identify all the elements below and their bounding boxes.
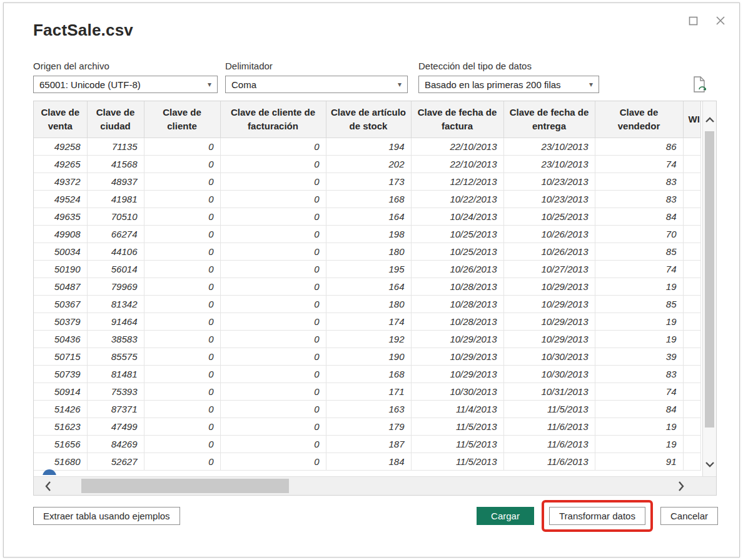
table-cell[interactable]: 0 [220,295,326,312]
table-cell[interactable]: 70510 [87,208,144,225]
transform-data-button[interactable]: Transformar datos [549,507,645,525]
table-cell[interactable]: 0 [220,330,326,348]
table-cell[interactable]: 10/29/2013 [411,348,503,365]
table-cell[interactable] [683,452,700,470]
table-cell[interactable]: 0 [144,190,220,208]
table-cell[interactable]: 11/6/2013 [503,418,595,435]
table-cell[interactable]: 52627 [87,452,144,470]
load-button[interactable]: Cargar [477,507,534,525]
table-cell[interactable]: 164 [326,278,411,295]
table-cell[interactable]: 56014 [87,260,144,278]
table-cell[interactable]: 83 [595,365,683,382]
table-cell[interactable]: 0 [220,208,326,225]
table-cell[interactable]: 10/23/2013 [503,190,595,208]
table-cell[interactable]: 75393 [87,382,144,400]
table-cell[interactable]: 180 [326,242,411,260]
table-cell[interactable] [683,312,700,330]
table-cell[interactable]: 192 [326,330,411,348]
table-cell[interactable]: 10/28/2013 [411,278,503,295]
table-cell[interactable]: 0 [144,382,220,400]
table-cell[interactable]: 91464 [87,312,144,330]
column-header[interactable]: Clave de ciudad [87,101,144,138]
table-cell[interactable]: 10/25/2013 [411,242,503,260]
table-cell[interactable]: 51623 [34,418,87,435]
table-cell[interactable]: 0 [220,278,326,295]
table-cell[interactable] [683,365,700,382]
table-cell[interactable]: 202 [326,155,411,172]
table-cell[interactable]: 0 [144,208,220,225]
table-cell[interactable]: 180 [326,295,411,312]
table-cell[interactable] [683,208,700,225]
table-cell[interactable]: 173 [326,172,411,190]
table-cell[interactable]: 85575 [87,348,144,365]
table-cell[interactable]: 83 [595,190,683,208]
table-cell[interactable]: 164 [326,208,411,225]
table-cell[interactable] [683,242,700,260]
table-cell[interactable]: 19 [595,278,683,295]
maximize-icon[interactable] [687,14,699,27]
table-cell[interactable]: 0 [144,365,220,382]
table-cell[interactable]: 168 [326,190,411,208]
table-cell[interactable]: 74 [595,382,683,400]
table-cell[interactable]: 198 [326,225,411,242]
table-cell[interactable]: 11/5/2013 [411,418,503,435]
table-cell[interactable]: 10/25/2013 [503,208,595,225]
table-cell[interactable]: 0 [144,260,220,278]
table-cell[interactable]: 10/26/2013 [503,242,595,260]
table-cell[interactable]: 44106 [87,242,144,260]
extract-table-button[interactable]: Extraer tabla usando ejemplos [33,507,180,525]
table-cell[interactable]: 10/28/2013 [411,295,503,312]
delimiter-dropdown[interactable]: Coma ▾ [225,76,408,93]
table-cell[interactable]: 179 [326,418,411,435]
table-cell[interactable]: 19 [595,435,683,452]
table-cell[interactable]: 11/5/2013 [411,452,503,470]
table-cell[interactable]: 50715 [34,348,87,365]
table-cell[interactable]: 11/6/2013 [503,452,595,470]
table-cell[interactable]: 49908 [34,225,87,242]
table-cell[interactable]: 85 [595,295,683,312]
close-icon[interactable] [714,14,727,27]
column-header[interactable]: Clave de artículo de stock [326,101,411,138]
table-cell[interactable] [683,190,700,208]
table-cell[interactable]: 74 [595,260,683,278]
table-cell[interactable]: 0 [220,365,326,382]
table-cell[interactable] [683,295,700,312]
type-detection-dropdown[interactable]: Basado en las primeras 200 filas ▾ [418,76,599,93]
table-cell[interactable]: 50914 [34,382,87,400]
table-cell[interactable]: 187 [326,435,411,452]
table-cell[interactable]: 0 [220,242,326,260]
table-cell[interactable]: 19 [595,312,683,330]
table-cell[interactable]: 50379 [34,312,87,330]
table-cell[interactable]: 51680 [34,452,87,470]
table-cell[interactable]: 41568 [87,155,144,172]
table-cell[interactable]: 0 [220,225,326,242]
table-cell[interactable]: 0 [144,138,220,155]
table-cell[interactable]: 0 [144,295,220,312]
table-cell[interactable]: 11/6/2013 [503,435,595,452]
table-cell[interactable]: 10/29/2013 [411,330,503,348]
table-cell[interactable]: 22/10/2013 [411,155,503,172]
table-cell[interactable] [683,418,700,435]
table-cell[interactable]: 19 [595,330,683,348]
table-cell[interactable]: 23/10/2013 [503,155,595,172]
table-cell[interactable]: 49524 [34,190,87,208]
table-cell[interactable]: 19 [595,418,683,435]
table-cell[interactable]: 10/30/2013 [503,365,595,382]
table-cell[interactable]: 81342 [87,295,144,312]
table-cell[interactable]: 10/24/2013 [411,208,503,225]
table-cell[interactable]: 0 [220,452,326,470]
table-cell[interactable]: 79969 [87,278,144,295]
table-cell[interactable]: 184 [326,452,411,470]
table-cell[interactable]: 10/28/2013 [411,312,503,330]
column-header[interactable]: Clave de cliente de facturación [220,101,326,138]
table-cell[interactable]: 50190 [34,260,87,278]
table-cell[interactable]: 0 [144,155,220,172]
table-cell[interactable]: 23/10/2013 [503,138,595,155]
table-cell[interactable]: 39 [595,348,683,365]
table-cell[interactable]: 195 [326,260,411,278]
table-cell[interactable]: 0 [144,242,220,260]
table-cell[interactable]: 174 [326,312,411,330]
table-cell[interactable]: 41981 [87,190,144,208]
table-cell[interactable]: 0 [144,278,220,295]
table-cell[interactable]: 0 [220,382,326,400]
